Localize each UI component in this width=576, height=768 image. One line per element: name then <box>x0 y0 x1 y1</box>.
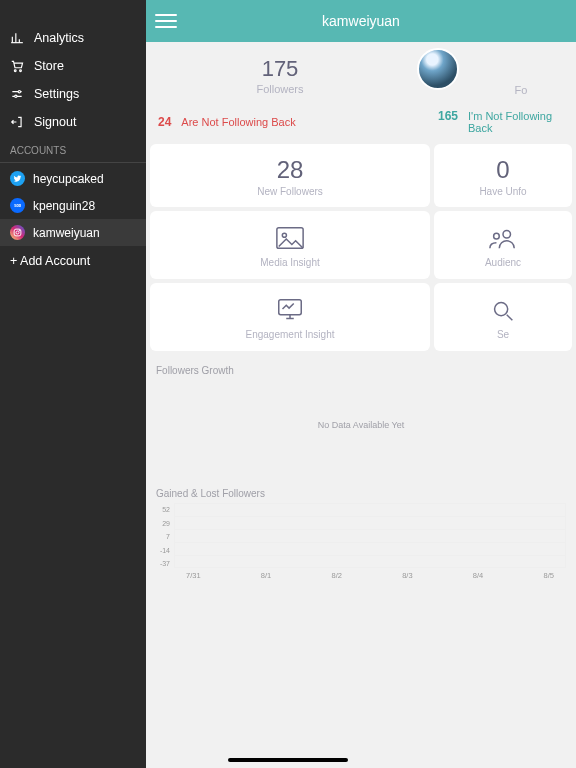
following-label: Fo <box>470 84 572 96</box>
twitter-icon <box>10 171 25 186</box>
sliders-icon <box>10 87 24 101</box>
accounts-section-label: ACCOUNTS <box>0 136 146 163</box>
svg-point-9 <box>282 233 286 237</box>
account-label: kamweiyuan <box>33 226 100 240</box>
svg-point-3 <box>15 95 17 97</box>
svg-point-2 <box>18 91 20 93</box>
header-bar: kamweiyuan <box>146 0 576 42</box>
chart-x-labels: 7/31 8/1 8/2 8/3 8/4 8/5 <box>174 568 566 580</box>
fivehundredpx-icon: 500 <box>10 198 25 213</box>
im-not-following-back[interactable]: 165 I'm Not Following Back <box>438 109 564 134</box>
followers-growth-title: Followers Growth <box>150 355 572 380</box>
account-item-heycupcaked[interactable]: heycupcaked <box>0 165 146 192</box>
new-followers-card[interactable]: 28 New Followers <box>150 144 430 207</box>
search-icon <box>488 297 518 323</box>
followers-stat[interactable]: 175 Followers <box>150 56 410 95</box>
nav-label: Analytics <box>34 31 84 45</box>
hamburger-icon[interactable] <box>152 7 180 35</box>
nav-label: Signout <box>34 115 76 129</box>
svg-point-1 <box>20 70 22 72</box>
svg-text:500: 500 <box>14 203 22 208</box>
nav-settings[interactable]: Settings <box>0 80 146 108</box>
audience-insight-card[interactable]: Audienc <box>434 211 572 279</box>
followers-label: Followers <box>150 83 410 95</box>
not-following-back-count: 24 <box>158 115 171 129</box>
svg-point-10 <box>503 230 511 238</box>
image-icon <box>275 225 305 251</box>
new-followers-label: New Followers <box>257 186 323 197</box>
home-indicator <box>228 758 348 762</box>
account-label: kpenguin28 <box>33 199 95 213</box>
gained-lost-title: Gained & Lost Followers <box>150 478 572 503</box>
unfollowed-count: 0 <box>496 156 509 184</box>
people-icon <box>488 225 518 251</box>
svg-point-13 <box>495 302 508 315</box>
followers-growth-nodata: No Data Available Yet <box>150 380 572 478</box>
sidebar: Analytics Store Settings Signout ACCOUNT… <box>0 0 146 768</box>
account-label: heycupcaked <box>33 172 104 186</box>
unfollowed-label: Have Unfo <box>479 186 526 197</box>
unfollowed-card[interactable]: 0 Have Unfo <box>434 144 572 207</box>
not-following-back-label: Are Not Following Back <box>181 116 295 128</box>
im-not-following-back-label: I'm Not Following Back <box>468 110 564 134</box>
chart-grid <box>174 503 566 568</box>
nav-signout[interactable]: Signout <box>0 108 146 136</box>
account-item-kpenguin28[interactable]: 500 kpenguin28 <box>0 192 146 219</box>
not-following-back[interactable]: 24 Are Not Following Back <box>158 115 438 129</box>
content-area: kamweiyuan 175 Followers Fo 24 Are Not F… <box>146 0 576 768</box>
svg-point-6 <box>16 231 19 234</box>
svg-point-11 <box>494 233 500 239</box>
gained-lost-chart: 52 29 7 -14 -37 7/31 8/1 8/2 8/3 8/4 8/5 <box>150 503 572 583</box>
im-not-following-back-count: 165 <box>438 109 458 123</box>
follow-back-row: 24 Are Not Following Back 165 I'm Not Fo… <box>150 104 572 144</box>
signout-icon <box>10 115 24 129</box>
media-insight-label: Media Insight <box>260 257 319 268</box>
engagement-insight-card[interactable]: Engagement Insight <box>150 283 430 351</box>
search-label: Se <box>497 329 509 340</box>
page-title: kamweiyuan <box>146 13 576 29</box>
svg-point-0 <box>14 70 16 72</box>
svg-point-7 <box>19 230 20 231</box>
add-account-button[interactable]: + Add Account <box>0 246 146 276</box>
new-followers-count: 28 <box>277 156 304 184</box>
instagram-icon <box>10 225 25 240</box>
nav-label: Store <box>34 59 64 73</box>
media-insight-card[interactable]: Media Insight <box>150 211 430 279</box>
audience-insight-label: Audienc <box>485 257 521 268</box>
cart-icon <box>10 59 24 73</box>
nav-analytics[interactable]: Analytics <box>0 24 146 52</box>
engagement-insight-label: Engagement Insight <box>246 329 335 340</box>
account-item-kamweiyuan[interactable]: kamweiyuan <box>0 219 146 246</box>
body: 175 Followers Fo 24 Are Not Following Ba… <box>146 42 576 768</box>
monitor-chart-icon <box>275 297 305 323</box>
nav-store[interactable]: Store <box>0 52 146 80</box>
summary-stats: 175 Followers Fo <box>150 42 572 104</box>
search-card[interactable]: Se <box>434 283 572 351</box>
nav-label: Settings <box>34 87 79 101</box>
followers-count: 175 <box>150 56 410 82</box>
bar-chart-icon <box>10 31 24 45</box>
avatar[interactable] <box>417 48 459 90</box>
chart-y-labels: 52 29 7 -14 -37 <box>154 506 170 567</box>
